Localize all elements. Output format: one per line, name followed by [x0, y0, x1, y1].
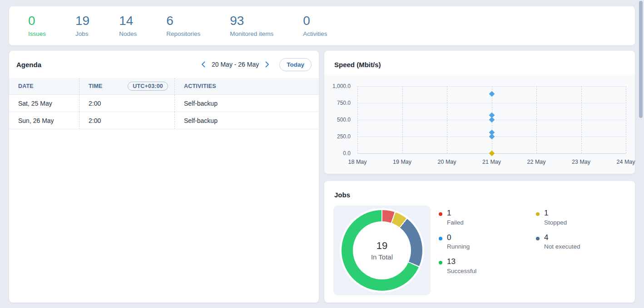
legend-value: 1 — [544, 209, 567, 218]
chevron-right-icon — [265, 61, 269, 68]
y-tick-label: 0.0 — [343, 150, 351, 156]
legend-value: 0 — [447, 234, 470, 242]
agenda-panel: Agenda 20 May - 26 May Today DATE TIME U… — [9, 51, 319, 303]
speed-plot — [357, 86, 626, 153]
stat-item[interactable]: 6 Repositories — [166, 15, 200, 37]
jobs-panel: Jobs 19 In Total 1 Failed — [324, 181, 635, 303]
stat-label: Nodes — [119, 30, 137, 37]
legend-label: Failed — [447, 219, 464, 226]
stat-value: 19 — [75, 15, 89, 27]
agenda-cell-time: 2:00 — [79, 95, 175, 112]
agenda-title: Agenda — [16, 61, 41, 68]
legend-value: 4 — [544, 234, 580, 242]
stat-value: 93 — [230, 15, 273, 27]
legend-label: Running — [447, 243, 470, 250]
jobs-donut-chart[interactable]: 19 In Total — [340, 208, 424, 293]
chevron-left-icon — [201, 61, 205, 68]
timezone-badge[interactable]: UTC+03:00 — [128, 82, 168, 91]
grid-vline — [402, 86, 403, 153]
stat-item[interactable]: 0 Activities — [303, 15, 327, 37]
stats-bar: 0 Issues 19 Jobs 14 Nodes 6 Repositories… — [9, 6, 635, 45]
agenda-cell-date: Sun, 26 May — [9, 112, 79, 129]
prev-week-button[interactable] — [198, 59, 208, 69]
x-tick-label: 20 May — [438, 159, 456, 165]
legend-label: Successful — [447, 268, 476, 274]
stat-label: Issues — [28, 30, 46, 37]
jobs-donut-card: 19 In Total — [333, 205, 431, 295]
scatter-point[interactable] — [489, 117, 495, 123]
x-tick-label: 21 May — [482, 159, 501, 165]
stat-label: Monitored items — [230, 30, 273, 37]
column-header-date: DATE — [9, 78, 79, 95]
agenda-cell-time: 2:00 — [79, 112, 175, 129]
speed-title: Speed (Mbit/s) — [334, 61, 381, 68]
jobs-legend: 1 Failed 1 Stopped 0 Running — [439, 209, 640, 274]
stat-label: Jobs — [75, 30, 89, 37]
next-week-button[interactable] — [263, 59, 272, 69]
stat-label: Activities — [303, 30, 327, 37]
column-header-activities: ACTIVITIES — [175, 78, 319, 95]
donut-center: 19 In Total — [353, 221, 411, 279]
scatter-point[interactable] — [489, 151, 495, 156]
stat-item[interactable]: 14 Nodes — [119, 15, 137, 37]
agenda-row[interactable]: Sun, 26 May 2:00 Self-backup — [9, 112, 319, 129]
legend-label: Not executed — [544, 243, 580, 250]
stat-value: 6 — [166, 15, 200, 27]
legend-item[interactable]: 0 Running — [439, 234, 536, 250]
grid-vline — [357, 86, 358, 153]
speed-chart: 1,000.0750.0500.0250.00.0 18 May19 May20… — [324, 75, 635, 174]
x-tick-label: 18 May — [348, 159, 367, 165]
date-range-label: 20 May - 26 May — [212, 61, 259, 68]
grid-vline — [581, 86, 582, 153]
agenda-cell-activity: Self-backup — [175, 95, 319, 112]
legend-item[interactable]: 13 Successful — [439, 258, 536, 274]
today-button[interactable]: Today — [279, 58, 312, 71]
date-navigation: 20 May - 26 May Today — [198, 58, 312, 71]
stat-item[interactable]: 19 Jobs — [75, 15, 89, 37]
scrollbar-thumb[interactable] — [639, 1, 643, 118]
scatter-point[interactable] — [489, 91, 495, 97]
stat-item[interactable]: 93 Monitored items — [230, 15, 273, 37]
scatter-point[interactable] — [489, 134, 495, 140]
stats-list: 0 Issues 19 Jobs 14 Nodes 6 Repositories… — [9, 6, 635, 45]
agenda-rows: Sat, 25 May 2:00 Self-backup Sun, 26 May… — [9, 95, 319, 129]
x-tick-label: 24 May — [617, 159, 635, 165]
agenda-row[interactable]: Sat, 25 May 2:00 Self-backup — [9, 95, 319, 112]
agenda-header: Agenda 20 May - 26 May Today — [9, 51, 319, 78]
stat-item[interactable]: 0 Issues — [28, 15, 46, 37]
agenda-cell-activity: Self-backup — [175, 112, 319, 129]
speed-x-axis: 18 May19 May20 May21 May22 May23 May24 M… — [357, 159, 626, 167]
column-header-time: TIME UTC+03:00 — [79, 78, 175, 95]
stat-value: 0 — [28, 15, 46, 27]
legend-item[interactable]: 1 Failed — [439, 209, 536, 226]
legend-value: 13 — [447, 258, 476, 266]
legend-item[interactable]: 1 Stopped — [536, 209, 640, 226]
x-tick-label: 19 May — [393, 159, 411, 165]
y-tick-label: 500.0 — [337, 117, 351, 123]
time-header-label: TIME — [89, 83, 103, 89]
legend-dot — [536, 212, 540, 216]
legend-dot — [439, 261, 442, 264]
y-tick-label: 1,000.0 — [332, 83, 351, 89]
legend-dot — [439, 237, 442, 240]
stat-label: Repositories — [166, 30, 200, 37]
grid-vline — [447, 86, 447, 153]
x-tick-label: 23 May — [572, 159, 590, 165]
jobs-total-label: In Total — [371, 253, 393, 261]
jobs-total-value: 19 — [376, 240, 387, 252]
stat-value: 0 — [303, 15, 327, 27]
x-tick-label: 22 May — [527, 159, 546, 165]
page-scrollbar[interactable] — [638, 0, 644, 308]
legend-item[interactable]: 4 Not executed — [536, 234, 640, 250]
agenda-table: DATE TIME UTC+03:00 ACTIVITIES Sat, 25 M… — [9, 78, 319, 129]
speed-y-axis: 1,000.0750.0500.0250.00.0 — [324, 86, 354, 153]
legend-dot — [439, 212, 442, 216]
stat-value: 14 — [119, 15, 137, 27]
agenda-table-header: DATE TIME UTC+03:00 ACTIVITIES — [9, 78, 319, 95]
y-tick-label: 750.0 — [337, 100, 351, 106]
legend-label: Stopped — [544, 219, 567, 226]
agenda-cell-date: Sat, 25 May — [9, 95, 79, 112]
grid-vline — [626, 86, 626, 153]
donut-ring: 19 In Total — [342, 210, 422, 291]
jobs-title: Jobs — [334, 191, 350, 199]
